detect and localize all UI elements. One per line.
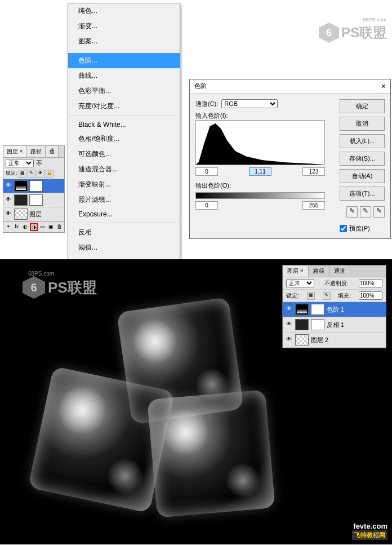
visibility-icon[interactable]: 👁 xyxy=(5,210,12,218)
eyedropper-black-icon[interactable]: ✎ xyxy=(346,206,358,218)
new-layer-icon[interactable]: ▣ xyxy=(47,223,55,231)
tab-paths[interactable]: 路径 xyxy=(27,146,46,157)
layer-thumb xyxy=(295,304,309,315)
tab-layers[interactable]: 图层 × xyxy=(3,146,27,157)
menu-channel-mixer[interactable]: 通道混合器... xyxy=(68,162,180,177)
input-black[interactable] xyxy=(195,167,218,176)
fx-icon[interactable]: fx xyxy=(13,223,20,231)
menu-color-balance[interactable]: 色彩平衡... xyxy=(68,83,180,99)
watermark-logo-2: 6 PS联盟 xyxy=(23,276,97,299)
panel-tabs: 图层 × 路径 通 xyxy=(3,146,64,158)
preview-label: 预览(P) xyxy=(349,224,370,233)
opacity-input[interactable] xyxy=(359,279,382,287)
blend-mode-select[interactable]: 正常 xyxy=(286,279,314,287)
lock-transparent-icon[interactable]: ▦ xyxy=(19,170,26,178)
watermark-brand: PS联盟 xyxy=(341,24,386,42)
tab-channels[interactable]: 通 xyxy=(46,146,59,157)
output-white[interactable] xyxy=(302,201,325,210)
menu-levels[interactable]: 色阶... xyxy=(68,53,180,68)
layer-thumb xyxy=(14,209,28,220)
panel-bottom-bar: ⚭ fx ◐ ◑ ▭ ▣ 🗑 xyxy=(3,221,64,232)
channel-select[interactable]: RGB xyxy=(221,99,278,108)
menu-curves[interactable]: 曲线... xyxy=(68,68,180,83)
adjustment-layer-menu: 纯色... 渐变... 图案... 色阶... 曲线... 色彩平衡... 亮度… xyxy=(68,3,180,271)
layer-thumb xyxy=(295,334,309,345)
menu-black-white[interactable]: Black & White... xyxy=(68,118,180,131)
layer-invert-1[interactable]: 👁 反相 1 xyxy=(283,317,386,333)
visibility-icon[interactable]: 👁 xyxy=(285,321,293,329)
output-gradient[interactable] xyxy=(195,192,325,199)
mask-thumb xyxy=(311,304,324,315)
tab-layers[interactable]: 图层 × xyxy=(283,265,309,277)
menu-exposure[interactable]: Exposure... xyxy=(68,207,180,221)
levels-dialog: 色阶 × 通道(C): RGB 输入色阶(I): xyxy=(189,79,391,239)
lock-label: 锁定: xyxy=(6,170,17,178)
menu-separator xyxy=(69,223,179,223)
result-image-area: 68PS.com 6 PS联盟 图层 × 路径 通道 正常 不透明度: 锁定: … xyxy=(0,259,392,544)
layer-name: 反相 1 xyxy=(327,321,344,329)
input-white[interactable] xyxy=(302,167,325,176)
layer-name: 色阶 1 xyxy=(327,305,344,314)
input-gamma[interactable] xyxy=(249,167,271,176)
lock-transparent-icon[interactable]: ▦ xyxy=(307,292,315,300)
output-black[interactable] xyxy=(195,201,218,210)
visibility-icon[interactable]: 👁 xyxy=(5,182,12,190)
mask-thumb xyxy=(311,319,324,330)
preview-checkbox[interactable] xyxy=(340,225,347,232)
output-levels-label: 输出色阶(O): xyxy=(195,181,335,190)
visibility-icon[interactable]: 👁 xyxy=(285,336,293,344)
menu-pattern[interactable]: 图案... xyxy=(68,34,180,49)
lock-label: 锁定: xyxy=(286,292,299,300)
layer-name: 图层 xyxy=(29,210,42,219)
histogram[interactable] xyxy=(195,120,325,165)
fill-label: 填充: xyxy=(338,292,351,300)
layer-levels-1[interactable]: 👁 色阶 1 xyxy=(283,302,386,317)
layer-item-invert[interactable]: 👁 xyxy=(3,193,64,207)
layers-panel-top: 图层 × 路径 通 正常 不 锁定: ▦ ✎ ✥ 🔒 👁 👁 👁 xyxy=(3,145,65,233)
lock-brush-icon[interactable]: ✎ xyxy=(28,170,35,178)
fevte-main: fevte.com xyxy=(352,522,387,530)
save-button[interactable]: 存储(S)... xyxy=(340,152,385,166)
menu-invert[interactable]: 反相 xyxy=(68,225,180,240)
menu-gradient[interactable]: 渐变... xyxy=(68,19,180,34)
layer-item-levels[interactable]: 👁 xyxy=(3,179,64,193)
menu-solid-color[interactable]: 纯色... xyxy=(68,3,180,19)
folder-icon[interactable]: ▭ xyxy=(39,223,46,231)
link-icon[interactable]: ⚭ xyxy=(5,223,12,231)
mask-icon[interactable]: ◐ xyxy=(21,223,29,231)
mask-thumb xyxy=(29,194,43,206)
menu-selective-color[interactable]: 可选颜色... xyxy=(68,147,180,162)
menu-hue-saturation[interactable]: 色相/饱和度... xyxy=(68,131,180,147)
menu-threshold[interactable]: 阈值... xyxy=(68,240,180,255)
layers-panel-bottom: 图层 × 路径 通道 正常 不透明度: 锁定: ▦ ✎ 填充: 👁 色阶 1 👁… xyxy=(282,265,386,348)
lock-brush-icon[interactable]: ✎ xyxy=(323,292,331,300)
menu-gradient-map[interactable]: 渐变映射... xyxy=(68,177,180,192)
lock-all-icon[interactable]: 🔒 xyxy=(46,170,54,178)
menu-photo-filter[interactable]: 照片滤镜... xyxy=(68,192,180,207)
tab-channels[interactable]: 通道 xyxy=(329,265,350,277)
svg-marker-0 xyxy=(196,123,324,165)
blend-mode-select[interactable]: 正常 xyxy=(6,159,34,167)
visibility-icon[interactable]: 👁 xyxy=(285,305,293,313)
visibility-icon[interactable]: 👁 xyxy=(5,196,12,204)
cancel-button[interactable]: 取消 xyxy=(340,117,385,131)
watermark-url: 68PS.com xyxy=(363,17,386,23)
channel-label: 通道(C): xyxy=(195,100,218,108)
trash-icon[interactable]: 🗑 xyxy=(56,223,63,231)
ok-button[interactable]: 确定 xyxy=(340,99,385,113)
lock-move-icon[interactable]: ✥ xyxy=(37,170,44,178)
tab-paths[interactable]: 路径 xyxy=(309,265,329,277)
fevte-watermark: fevte.com 飞特教程网 xyxy=(352,522,387,540)
layer-item-bitmap[interactable]: 👁 图层 xyxy=(3,207,64,221)
load-button[interactable]: 载入(L)... xyxy=(340,134,385,148)
eyedropper-white-icon[interactable]: ✎ xyxy=(373,206,385,218)
options-button[interactable]: 选项(T)... xyxy=(340,187,385,201)
fill-input[interactable] xyxy=(359,291,382,300)
layer-bitmap-2[interactable]: 👁 图层 2 xyxy=(283,333,386,348)
close-icon[interactable]: × xyxy=(381,82,386,91)
dialog-title: 色阶 xyxy=(194,82,207,91)
menu-brightness-contrast[interactable]: 亮度/对比度... xyxy=(68,99,180,114)
adjustment-layer-icon[interactable]: ◑ xyxy=(30,223,37,231)
eyedropper-gray-icon[interactable]: ✎ xyxy=(360,206,371,218)
auto-button[interactable]: 自动(A) xyxy=(340,169,385,183)
